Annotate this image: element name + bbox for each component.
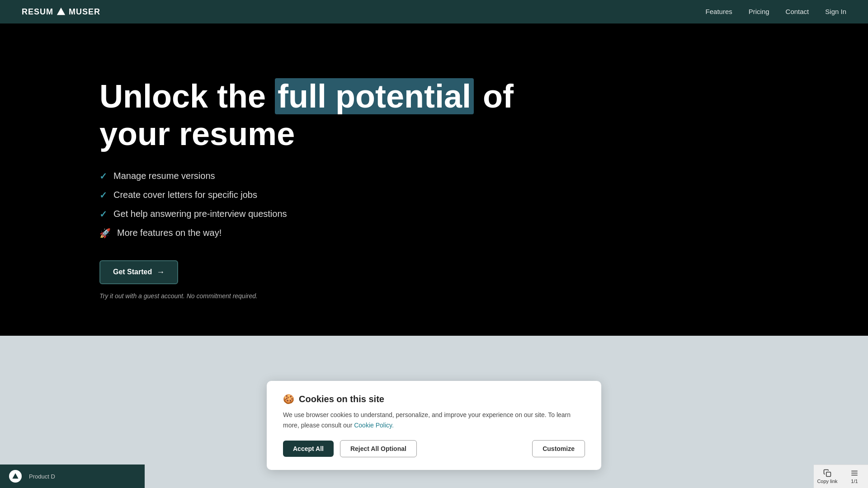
hero-title-highlight: full potential [275, 78, 474, 114]
nav-contact[interactable]: Contact [786, 8, 809, 15]
feature-text-2: Create cover letters for specific jobs [113, 190, 257, 200]
bottom-bar-logo [9, 470, 22, 483]
logo-icon [56, 7, 66, 17]
nav-features[interactable]: Features [706, 8, 732, 15]
svg-rect-2 [826, 472, 831, 477]
hero-title: Unlock the full potential of your resume [99, 78, 552, 153]
logo: RESUM MUSER [22, 7, 100, 17]
nav-signin[interactable]: Sign In [825, 8, 846, 15]
feature-item-1: ✓ Manage resume versions [99, 171, 769, 182]
feature-text-4: More features on the way! [117, 228, 222, 238]
hero-title-before: Unlock the [99, 78, 275, 114]
logo-text-muser: MUSER [69, 7, 100, 17]
feature-list: ✓ Manage resume versions ✓ Create cover … [99, 171, 769, 239]
rocket-icon: 🚀 [99, 228, 111, 239]
copy-link-icon [823, 469, 831, 477]
copy-link-button[interactable]: Copy link [814, 465, 841, 488]
nav-links: Features Pricing Contact Sign In [706, 8, 846, 16]
copy-link-label: Copy link [817, 479, 837, 484]
check-icon-1: ✓ [99, 171, 107, 182]
check-icon-3: ✓ [99, 209, 107, 220]
cookie-body-text: We use browser cookies to understand, pe… [283, 411, 571, 428]
nav-pricing[interactable]: Pricing [749, 8, 769, 15]
arrow-icon: → [156, 267, 165, 277]
cookie-title: 🍪 Cookies on this site [283, 394, 585, 404]
cookie-actions: Accept All Reject All Optional Customize [283, 440, 585, 457]
bottom-bar: Product D [0, 465, 145, 488]
get-started-button[interactable]: Get Started → [99, 260, 178, 284]
reject-optional-button[interactable]: Reject All Optional [340, 440, 417, 457]
bottom-actions: Copy link 1/1 [814, 465, 868, 488]
logo-text-resum: RESUM [22, 7, 53, 17]
page-count-label: 1/1 [851, 479, 858, 484]
svg-marker-1 [12, 473, 18, 479]
feature-text-3: Get help answering pre-interview questio… [113, 209, 287, 219]
accept-all-button[interactable]: Accept All [283, 441, 334, 457]
feature-item-4: 🚀 More features on the way! [99, 228, 769, 239]
cookie-policy-link[interactable]: Cookie Policy. [354, 422, 394, 429]
feature-text-1: Manage resume versions [113, 171, 215, 181]
feature-item-3: ✓ Get help answering pre-interview quest… [99, 209, 769, 220]
get-started-label: Get Started [113, 268, 152, 276]
bottom-bar-text: Product D [29, 473, 55, 480]
bottom-logo-icon [12, 473, 19, 480]
cookie-title-text: Cookies on this site [299, 394, 384, 404]
feature-item-2: ✓ Create cover letters for specific jobs [99, 190, 769, 201]
check-icon-2: ✓ [99, 190, 107, 201]
page-menu-button[interactable]: 1/1 [841, 465, 868, 488]
svg-marker-0 [57, 8, 65, 15]
hero-section: Unlock the full potential of your resume… [0, 23, 868, 336]
cookie-banner: 🍪 Cookies on this site We use browser co… [267, 381, 601, 470]
navbar: RESUM MUSER Features Pricing Contact Sig… [0, 0, 868, 23]
cookie-body: We use browser cookies to understand, pe… [283, 410, 585, 430]
menu-icon [850, 469, 859, 477]
guest-note: Try it out with a guest account. No comm… [99, 292, 769, 300]
customize-button[interactable]: Customize [532, 440, 585, 457]
cookie-icon: 🍪 [283, 394, 294, 404]
